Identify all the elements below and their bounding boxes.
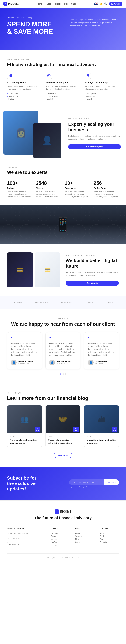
digital-images: 💳 💳: [7, 252, 60, 288]
strategies-label: WELCOME TO INCOME: [7, 58, 119, 60]
footer-social-linkedin[interactable]: LinkedIn: [51, 544, 70, 547]
footer-social-twitter[interactable]: Twitter: [51, 535, 70, 538]
digital-content: ORDER VIRTUAL CREDIT CARDS We build a be…: [66, 252, 119, 288]
footer-social-youtube[interactable]: YouTube: [51, 541, 70, 544]
nav-home[interactable]: Home: [37, 3, 42, 5]
testimonials-title: We are happy to hear from each of our cl…: [7, 321, 119, 327]
nav-shop[interactable]: Shop: [71, 3, 76, 5]
footer-link-about[interactable]: About: [75, 532, 95, 535]
author-avatar-2: 👤: [88, 360, 94, 366]
footer-social-facebook[interactable]: Facebook: [51, 532, 70, 535]
footer-logo-text: INCOME: [60, 510, 71, 513]
stats-title: We are top experts: [7, 170, 48, 175]
person-image-2: 👤: [33, 123, 61, 158]
partner-shiftminded: SHIFTMINDED: [35, 302, 48, 304]
logo[interactable]: I INCOME: [3, 2, 18, 6]
stat-projects: 100+ Projects Natus error sit voluptatem…: [7, 180, 32, 198]
footer-sayhello-about[interactable]: About: [100, 532, 119, 535]
blog-cat-1: BLOG: [48, 436, 78, 438]
stat-desc-clients: Natus error sit voluptatem accusantium d…: [36, 190, 61, 198]
footer-top: I INCOME The future of financial advisor…: [7, 510, 119, 520]
subscribe-button[interactable]: Subscribe: [104, 480, 119, 485]
blog-content-1: BLOG The art of persuasive advertising c…: [46, 434, 80, 447]
stats-grid: 100+ Projects Natus error sit voluptatem…: [7, 180, 119, 198]
blog-img-icon-0: 👥: [20, 416, 29, 424]
nav-pages[interactable]: Pages: [45, 3, 51, 5]
stats-badge: WHY WE ARE: [7, 167, 48, 168]
quote-icon-0: ❝: [11, 336, 38, 340]
credit-card-dark: •••• •••• •••• 4521 INCOME: [84, 50, 119, 50]
author-name-2: Jason Morris: [95, 360, 107, 363]
subscribe-input[interactable]: [69, 480, 104, 485]
digital-title: We build a better digital future: [66, 258, 119, 269]
blog-image-0: 👥 09Mar: [7, 406, 42, 434]
dot-0[interactable]: [60, 373, 61, 374]
strategy-title-0: Consulting trends: [7, 81, 41, 84]
svg-point-0: [48, 75, 49, 76]
list-item: Dolor sit amet: [7, 95, 41, 98]
testimonial-author-1: 👤 Nancy Gilmore New York, USA: [49, 360, 77, 366]
nav-blog[interactable]: Blog: [64, 3, 68, 5]
subscribe-title: Subscribe for the exclusive updates!: [7, 476, 42, 492]
partner-invus: ▲INVUS: [13, 302, 22, 304]
subscribe-section: Subscribe for the exclusive updates! Sub…: [0, 466, 126, 500]
blog-img-icon-2: 🏙: [98, 416, 105, 424]
blog-img-icon-1: 🤝: [59, 416, 67, 424]
consulting-icon: [7, 72, 13, 79]
testimonial-card-2: ❝ Adipiscing elit, sed do eiusmod tempor…: [84, 332, 119, 369]
footer-link-services[interactable]: Services: [75, 535, 95, 538]
blog-header: LATEST NEWS Learn more from our financia…: [7, 392, 119, 401]
scaling-cta-button[interactable]: View Our Projects: [68, 144, 121, 149]
stat-number-clients: 2548: [36, 180, 61, 186]
dot-1[interactable]: [62, 373, 64, 374]
cta-button[interactable]: Let's Talk: [109, 2, 123, 6]
author-avatar-0: 👤: [11, 360, 17, 366]
strategy-desc-1: Natus error sit voluptatem accusantium d…: [46, 85, 80, 90]
strategy-title-2: Strategic partnerships: [85, 81, 119, 84]
strategy-desc-2: Natus error sit voluptatem accusantium d…: [85, 85, 119, 90]
footer-sayhello-blog[interactable]: Blog: [100, 538, 119, 541]
nav-portfolio[interactable]: Portfolio: [54, 3, 61, 5]
testimonial-card-1: ❝ Adipiscing elit, sed do eiusmod tempor…: [45, 332, 81, 369]
stat-clients: 2548 Clients Natus error sit voluptatem …: [36, 180, 61, 198]
card-icon-light: 💳: [44, 267, 51, 273]
author-name-0: Robert Hastman: [18, 360, 33, 363]
footer-email-input[interactable]: [7, 542, 45, 547]
testimonial-author-0: 👤 Robert Hastman New York, USA: [11, 360, 38, 366]
testimonials-pagination: [7, 373, 119, 374]
footer-home-title: Home: [75, 527, 95, 529]
language-flag[interactable]: 🇬🇧: [94, 2, 98, 6]
footer-sayhello-contacts[interactable]: Contacts: [100, 541, 119, 544]
bell-icon[interactable]: 🔔: [100, 2, 103, 5]
blog-label: LATEST NEWS: [7, 392, 119, 394]
list-item: Incidunt: [85, 98, 119, 100]
logo-icon: I: [3, 2, 7, 6]
dot-2[interactable]: [65, 373, 66, 374]
stat-desc-projects: Natus error sit voluptatem accusantium d…: [7, 190, 32, 198]
footer-social-instagram[interactable]: Instagram: [51, 538, 70, 541]
techniques-icon: [46, 72, 52, 79]
blog-card-2: 🏙 09Mar BLOG Innovations in online banki…: [84, 405, 119, 447]
footer-link-contact[interactable]: Contact: [75, 541, 95, 544]
quote-icon-2: ❝: [88, 336, 115, 340]
partnerships-icon: [85, 72, 91, 79]
digital-cta-button[interactable]: Get a Quote: [66, 281, 119, 286]
stat-number-coffee: 256: [94, 180, 119, 186]
more-posts-button[interactable]: More Posts: [54, 452, 72, 458]
nav-actions: 🇬🇧 🔔 🔍 Let's Talk: [94, 2, 123, 6]
author-location-0: New York, USA: [18, 363, 33, 364]
blog-card-1: 🤝 09Mar BLOG The art of persuasive adver…: [45, 405, 81, 447]
list-item: Incidunt: [7, 98, 41, 100]
stat-label-clients: Clients: [36, 187, 61, 190]
search-icon[interactable]: 🔍: [104, 2, 107, 5]
author-location-2: Minnesota, TX: [95, 363, 107, 364]
blog-post-title-0: From idea to profit: startup success sto…: [10, 439, 39, 445]
footer-sayhello-services[interactable]: Services: [100, 535, 119, 538]
hero-section: Financial advice for savings SPEND MORE …: [0, 8, 126, 50]
author-avatar-1: 👤: [49, 360, 55, 366]
footer-link-blog[interactable]: Blog: [75, 538, 95, 541]
strategy-list-0: Lorem ipsum Dolor sit amet Incidunt: [7, 92, 41, 100]
phone-section: 📱: [0, 205, 126, 244]
blog-post-title-1: The art of persuasive advertising copywr…: [48, 439, 78, 445]
footer-logo: I INCOME: [7, 510, 119, 514]
